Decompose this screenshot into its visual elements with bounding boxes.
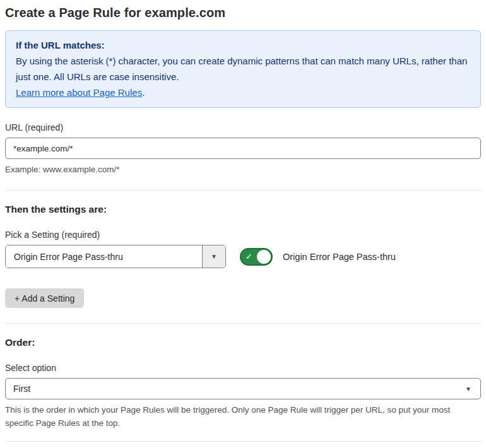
order-select[interactable]: First ▼ (5, 378, 481, 399)
setting-row: Origin Error Page Pass-thru ▼ ✓ Origin E… (5, 245, 481, 268)
check-icon: ✓ (246, 252, 252, 261)
url-helper-text: Example: www.example.com/* (5, 163, 481, 176)
url-input[interactable] (5, 138, 481, 159)
setting-picker-label: Pick a Setting (required) (5, 230, 481, 240)
chevron-down-icon: ▼ (211, 253, 217, 260)
setting-dropdown-value: Origin Error Page Pass-thru (6, 245, 202, 268)
url-match-info-banner: If the URL matches: By using the asteris… (5, 30, 481, 108)
setting-dropdown-arrow-button[interactable]: ▼ (202, 245, 225, 268)
chevron-down-icon: ▼ (465, 386, 471, 392)
info-banner-heading: If the URL matches: (16, 37, 470, 53)
setting-toggle[interactable]: ✓ (240, 248, 273, 266)
order-helper-text: This is the order in which your Page Rul… (5, 403, 481, 430)
url-field-label: URL (required) (5, 122, 481, 133)
setting-toggle-label: Origin Error Page Pass-thru (283, 252, 396, 262)
order-section-heading: Order: (5, 337, 481, 348)
info-banner-link-row: Learn more about Page Rules. (16, 85, 470, 100)
divider (5, 441, 481, 442)
toggle-knob (257, 250, 271, 264)
link-period: . (142, 87, 145, 98)
setting-dropdown[interactable]: Origin Error Page Pass-thru ▼ (5, 245, 226, 268)
add-setting-button[interactable]: + Add a Setting (5, 288, 84, 308)
divider (5, 323, 481, 324)
divider (5, 190, 481, 191)
settings-section-heading: Then the settings are: (5, 204, 481, 215)
order-select-value: First (13, 384, 30, 394)
order-select-label: Select option (5, 363, 481, 373)
info-banner-body: By using the asterisk (*) character, you… (16, 53, 470, 85)
learn-more-link[interactable]: Learn more about Page Rules (16, 87, 142, 98)
page-title: Create a Page Rule for example.com (5, 6, 481, 20)
